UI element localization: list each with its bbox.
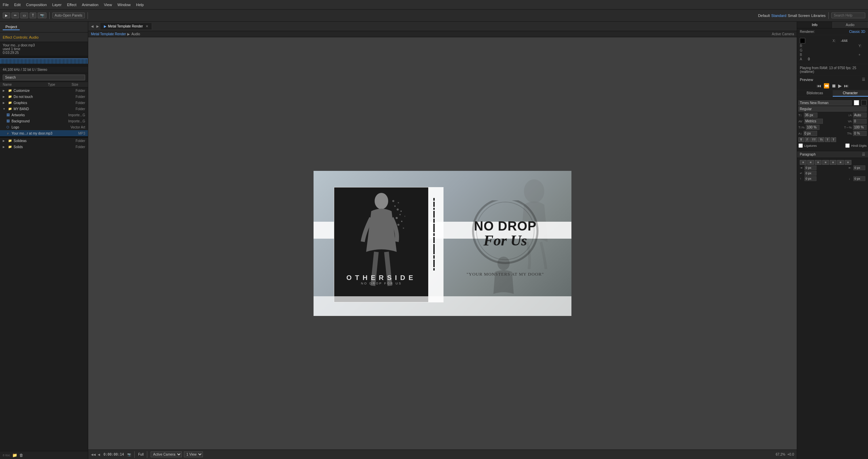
paragraph-options-icon[interactable]: ☰	[862, 152, 865, 157]
baseline-input[interactable]	[804, 131, 817, 136]
menu-composition[interactable]: Composition	[26, 3, 47, 7]
small-caps-btn[interactable]: Tt	[818, 137, 824, 142]
expand-icon[interactable]: ▶	[3, 139, 6, 142]
align-right-btn[interactable]: ≡	[815, 160, 822, 165]
hindi-digits-checkbox[interactable]	[845, 143, 850, 148]
prev-ctrl-icon2[interactable]: ◀	[98, 453, 100, 456]
expand-icon[interactable]: ▶	[3, 89, 6, 92]
list-item[interactable]: ▼ 📁 MY BAND Folder	[0, 106, 88, 112]
font-style-input[interactable]	[798, 106, 867, 112]
justify-all-btn[interactable]: ≡	[845, 160, 851, 165]
indent-left-input[interactable]	[805, 165, 816, 170]
list-item[interactable]: 🖼 Background Importe...G	[0, 118, 88, 124]
global-search[interactable]	[831, 13, 865, 18]
list-item[interactable]: ▶ 📁 Graphics Folder	[0, 100, 88, 106]
toolbar-pen[interactable]: ✏	[12, 13, 19, 18]
menu-view[interactable]: View	[104, 3, 112, 7]
indent-first-input[interactable]	[805, 171, 816, 176]
all-caps-btn[interactable]: TT	[810, 137, 817, 142]
current-time: 0:00:00:14	[102, 453, 125, 456]
menu-window[interactable]: Window	[117, 3, 131, 7]
paragraph-header: Paragraph ☰	[797, 151, 868, 158]
tab-metal-render[interactable]: ▶ Metal Template Render ✕	[100, 23, 152, 29]
menu-file[interactable]: File	[3, 3, 9, 7]
tracking-input[interactable]	[853, 119, 867, 124]
screenshot-btn[interactable]: 📷	[127, 453, 131, 456]
list-item[interactable]: ♪ Your mo...r at my door.mp3 MP3	[0, 130, 88, 136]
toolbar-text[interactable]: T	[30, 13, 36, 18]
expand-icon[interactable]: ▶	[3, 145, 6, 148]
list-item[interactable]: ⬡ Logo Vector Art	[0, 124, 88, 130]
view-select[interactable]: Active Camera	[151, 452, 182, 457]
list-item[interactable]: ▶ 📁 Solids Folder	[0, 144, 88, 150]
color-swatch[interactable]	[800, 38, 805, 43]
list-item[interactable]: ▶ 📁 Do not touch Folder	[0, 94, 88, 100]
horiz-scale-input[interactable]	[853, 125, 867, 130]
tab-bibliotecas[interactable]: Bibliotecas	[797, 90, 833, 97]
svg-point-11	[392, 200, 394, 202]
project-search-input[interactable]	[3, 75, 85, 80]
close-tab-icon[interactable]: ✕	[146, 24, 148, 28]
indent-right-input[interactable]	[853, 165, 865, 170]
renderer-value[interactable]: Classic 3D	[849, 30, 865, 34]
justify-left-btn[interactable]: ≡	[822, 160, 829, 165]
nav-back[interactable]: ◀	[90, 24, 95, 28]
menu-animation[interactable]: Animation	[82, 3, 98, 7]
expand-icon[interactable]: ▼	[3, 107, 6, 111]
view-count-select[interactable]: 1 View	[184, 452, 203, 457]
color-swatch-white[interactable]	[854, 100, 859, 105]
leading-input[interactable]	[853, 113, 867, 118]
bold-btn[interactable]: T	[798, 137, 804, 142]
sub-btn[interactable]: T	[831, 137, 836, 142]
skip-to-start-btn[interactable]: ⏮	[817, 83, 822, 88]
workspace-libraries[interactable]: Libraries	[811, 14, 826, 18]
space-before-input[interactable]	[805, 176, 816, 181]
breadcrumb-item-2[interactable]: Audio	[131, 32, 140, 36]
expand-icon[interactable]: ▶	[3, 95, 6, 98]
nav-forward[interactable]: ▶	[95, 24, 100, 28]
list-item[interactable]: ▶ 📁 Customize Folder	[0, 87, 88, 94]
menu-edit[interactable]: Edit	[14, 3, 21, 7]
menu-effect[interactable]: Effect	[67, 3, 76, 7]
step-back-btn[interactable]: ⏪	[824, 83, 829, 88]
justify-right-btn[interactable]: ≡	[837, 160, 844, 165]
breadcrumb-item-1[interactable]: Metal Template Render	[91, 32, 126, 36]
justify-center-btn[interactable]: ≡	[830, 160, 836, 165]
workspace-small[interactable]: Small Screen	[788, 14, 810, 18]
workspace-default[interactable]: Default	[758, 14, 770, 18]
color-swatch-black[interactable]	[861, 100, 867, 105]
toolbar-selection[interactable]: ▶	[3, 13, 10, 18]
play-btn[interactable]: ▶	[838, 83, 842, 88]
vert-scale-input[interactable]	[806, 125, 819, 130]
tab-project[interactable]: Project	[3, 24, 20, 30]
space-before-icon: ↑	[800, 177, 804, 180]
tsumi-input[interactable]	[853, 131, 867, 136]
space-after-input[interactable]	[853, 176, 865, 181]
new-folder-btn[interactable]: 📁	[12, 453, 17, 458]
expand-icon[interactable]: ▶	[3, 101, 6, 104]
menu-layer[interactable]: Layer	[52, 3, 62, 7]
font-size-input[interactable]	[804, 113, 817, 118]
tab-info[interactable]: Info	[797, 22, 833, 28]
super-btn[interactable]: T	[825, 137, 830, 142]
list-item[interactable]: 🖼 Artworks Importe...G	[0, 112, 88, 118]
skip-to-end-btn[interactable]: ⏭	[844, 83, 849, 88]
list-item[interactable]: ▶ 📁 Solideas Folder	[0, 138, 88, 144]
prev-ctrl-icon1[interactable]: ◀◀	[91, 453, 96, 456]
quality-dropdown[interactable]: Full	[138, 453, 144, 456]
align-left-btn[interactable]: ≡	[800, 160, 807, 165]
tab-character[interactable]: Character	[833, 90, 868, 97]
toolbar-shape[interactable]: ▭	[20, 13, 28, 18]
menu-help[interactable]: Help	[136, 3, 144, 7]
delete-btn[interactable]: 🗑	[19, 453, 23, 458]
preview-options-icon[interactable]: ☰	[862, 77, 865, 82]
italic-btn[interactable]: T	[805, 137, 810, 142]
ligatures-checkbox[interactable]	[798, 143, 803, 148]
font-name-input[interactable]	[798, 100, 852, 105]
align-center-btn[interactable]: ≡	[807, 160, 814, 165]
kerning-input[interactable]	[804, 119, 823, 124]
toolbar-camera[interactable]: 📷	[38, 13, 46, 18]
tab-audio[interactable]: Audio	[833, 22, 868, 28]
workspace-standard[interactable]: Standard	[771, 14, 787, 18]
stop-btn[interactable]: ⏹	[831, 83, 836, 88]
